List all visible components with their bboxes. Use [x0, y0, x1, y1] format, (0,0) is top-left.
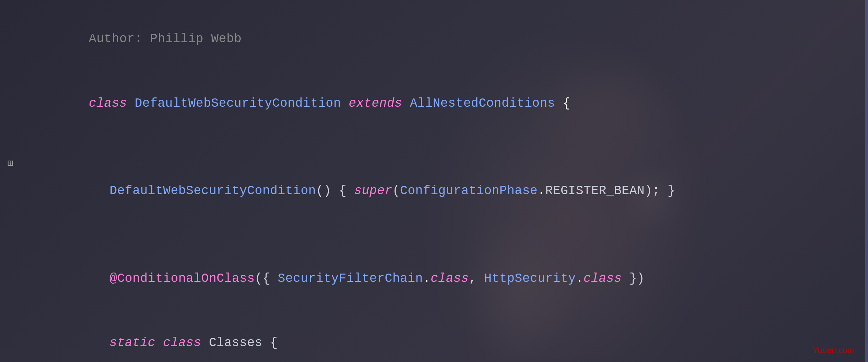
kw-extends-1: extends — [349, 96, 402, 111]
line-annotation-class: @ConditionalOnClass({ SecurityFilterChai… — [0, 246, 868, 311]
coc-open: ({ — [255, 272, 278, 286]
kw-static-1: static — [110, 336, 156, 350]
code-editor: Author: Phillip Webb class DefaultWebSec… — [0, 0, 868, 362]
classname-ConfigurationPhase: ConfigurationPhase — [400, 184, 538, 198]
content-blank-1 — [21, 135, 868, 159]
classname-AllNestedConditions: AllNestedConditions — [410, 96, 555, 111]
register-bean: REGISTER_BEAN — [545, 184, 645, 198]
gutter-plus-icon: ⊞ — [8, 159, 13, 169]
super-open: ( — [393, 184, 400, 198]
classname-SecurityFilterChain-1: SecurityFilterChain — [278, 272, 423, 286]
comma-1: , — [469, 272, 484, 286]
gutter-constructor: ⊞ — [0, 159, 21, 169]
constructor-paren: () { — [316, 184, 354, 198]
annotation-ConditionalOnClass: @ConditionalOnClass — [110, 272, 255, 286]
content-class-decl: class DefaultWebSecurityCondition extend… — [21, 71, 868, 135]
line-blank-2 — [0, 223, 868, 246]
scrollbar[interactable] — [865, 0, 868, 362]
line-static-classes: static class Classes { — [0, 311, 868, 362]
kw-super-1: super — [354, 184, 393, 198]
classname-constructor: DefaultWebSecurityCondition — [110, 184, 316, 198]
dot-1: . — [538, 184, 545, 198]
classname-DefaultWebSecurityCondition: DefaultWebSecurityCondition — [135, 96, 341, 111]
space-1 — [341, 96, 349, 111]
kw-class-1: class — [89, 96, 135, 111]
classname-HttpSecurity: HttpSecurity — [484, 272, 576, 286]
dot-2: . — [423, 272, 431, 286]
kw-class-2: class — [431, 272, 469, 286]
line-class-decl: class DefaultWebSecurityCondition extend… — [0, 71, 868, 135]
kw-class-4: class — [163, 336, 202, 350]
kw-class-3: class — [583, 272, 622, 286]
content-static-classes: static class Classes { — [21, 311, 868, 362]
watermark: Yuuen.com — [813, 345, 854, 355]
dot-3: . — [576, 272, 583, 286]
line-author: Author: Phillip Webb — [0, 7, 868, 71]
code-area: Author: Phillip Webb class DefaultWebSec… — [0, 0, 868, 362]
content-annotation-class: @ConditionalOnClass({ SecurityFilterChai… — [21, 246, 868, 311]
author-text: Author: Phillip Webb — [89, 32, 242, 46]
brace-open-1: { — [555, 96, 570, 111]
space-2 — [402, 96, 410, 111]
content-blank-2 — [21, 223, 868, 246]
coc-close: }) — [622, 272, 645, 286]
content-author: Author: Phillip Webb — [21, 7, 868, 71]
content-constructor: DefaultWebSecurityCondition() { super(Co… — [21, 159, 868, 223]
line-constructor: ⊞ DefaultWebSecurityCondition() { super(… — [0, 159, 868, 223]
classes-name: Classes { — [201, 336, 278, 350]
space-3 — [155, 336, 163, 350]
line-blank-1 — [0, 135, 868, 159]
super-close: ); } — [645, 184, 675, 198]
